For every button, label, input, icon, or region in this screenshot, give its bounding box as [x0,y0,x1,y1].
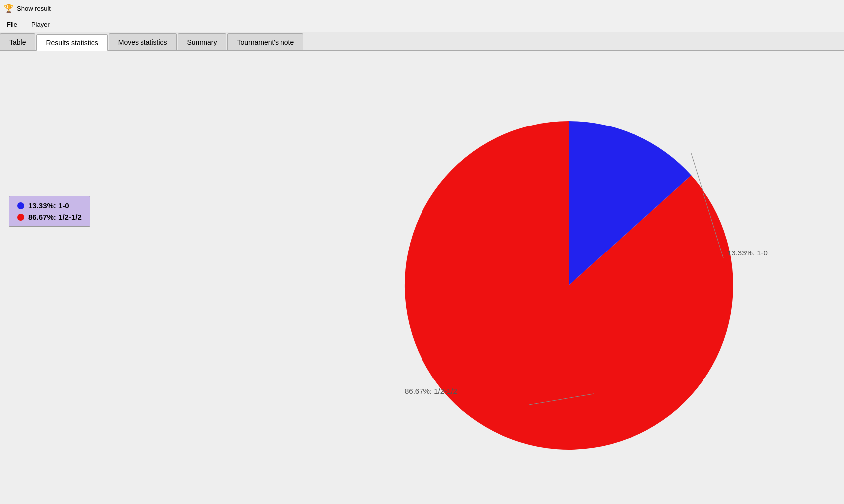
menu-file[interactable]: File [4,20,20,29]
legend-label-red: 86.67%: 1/2-1/2 [28,213,82,221]
app-icon: 🏆 [4,4,14,13]
legend-dot-blue [17,202,24,209]
tab-moves-statistics[interactable]: Moves statistics [109,33,177,50]
label-blue-text: 13.33%: 1-0 [727,248,768,256]
legend-item-blue: 13.33%: 1-0 [17,201,82,210]
legend-label-blue: 13.33%: 1-0 [28,201,69,210]
title-bar-text: Show result [17,5,51,12]
tab-bar: Table Results statistics Moves statistic… [0,32,844,51]
legend-item-red: 86.67%: 1/2-1/2 [17,213,82,221]
menu-bar: File Player [0,17,844,32]
pie-chart-svg: 13.33%: 1-0 86.67%: 1/2-1/2 [355,81,803,489]
main-content: 13.33%: 1-0 86.67%: 1/2-1/2 [0,51,844,504]
legend-dot-red [17,214,24,221]
tab-summary[interactable]: Summary [178,33,227,50]
tab-tournaments-note[interactable]: Tournament's note [227,33,303,50]
tab-table[interactable]: Table [0,33,35,50]
tab-results-statistics[interactable]: Results statistics [36,34,107,51]
menu-player[interactable]: Player [28,20,53,29]
pie-chart-container: 13.33%: 1-0 86.67%: 1/2-1/2 [355,81,803,491]
label-red-text: 86.67%: 1/2-1/2 [405,386,457,395]
title-bar: 🏆 Show result [0,0,844,17]
legend-box: 13.33%: 1-0 86.67%: 1/2-1/2 [9,196,90,227]
